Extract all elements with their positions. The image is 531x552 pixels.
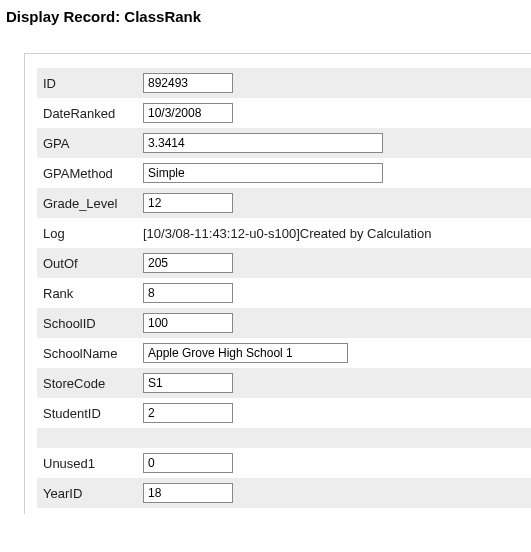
field-row-out-of: OutOf — [37, 248, 531, 278]
field-row-gpa: GPA — [37, 128, 531, 158]
log-text: [10/3/08-11:43:12-u0-s100]Created by Cal… — [143, 226, 431, 241]
gpa-input[interactable] — [143, 133, 383, 153]
field-row-id: ID — [37, 68, 531, 98]
field-label-out-of: OutOf — [43, 256, 143, 271]
field-label-store-code: StoreCode — [43, 376, 143, 391]
school-id-input[interactable] — [143, 313, 233, 333]
field-row-school-name: SchoolName — [37, 338, 531, 368]
field-label-grade-level: Grade_Level — [43, 196, 143, 211]
id-input[interactable] — [143, 73, 233, 93]
field-row-gpa-method: GPAMethod — [37, 158, 531, 188]
field-row-school-id: SchoolID — [37, 308, 531, 338]
field-row-rank: Rank — [37, 278, 531, 308]
field-label-student-id: StudentID — [43, 406, 143, 421]
field-row-store-code: StoreCode — [37, 368, 531, 398]
page-title: Display Record: ClassRank — [6, 8, 531, 25]
unused1-input[interactable] — [143, 453, 233, 473]
student-id-input[interactable] — [143, 403, 233, 423]
out-of-input[interactable] — [143, 253, 233, 273]
field-row-student-id: StudentID — [37, 398, 531, 428]
date-ranked-input[interactable] — [143, 103, 233, 123]
record-panel: ID DateRanked GPA GPAMethod Grade_Level … — [24, 53, 531, 514]
gpa-method-input[interactable] — [143, 163, 383, 183]
school-name-input[interactable] — [143, 343, 348, 363]
field-label-school-name: SchoolName — [43, 346, 143, 361]
field-label-date-ranked: DateRanked — [43, 106, 143, 121]
field-row-grade-level: Grade_Level — [37, 188, 531, 218]
store-code-input[interactable] — [143, 373, 233, 393]
field-label-log: Log — [43, 226, 143, 241]
field-label-school-id: SchoolID — [43, 316, 143, 331]
field-label-rank: Rank — [43, 286, 143, 301]
field-row-log: Log [10/3/08-11:43:12-u0-s100]Created by… — [37, 218, 531, 248]
grade-level-input[interactable] — [143, 193, 233, 213]
field-label-gpa-method: GPAMethod — [43, 166, 143, 181]
year-id-input[interactable] — [143, 483, 233, 503]
field-row-unused1: Unused1 — [37, 448, 531, 478]
field-label-gpa: GPA — [43, 136, 143, 151]
rank-input[interactable] — [143, 283, 233, 303]
blank-row — [37, 428, 531, 448]
field-label-unused1: Unused1 — [43, 456, 143, 471]
field-label-year-id: YearID — [43, 486, 143, 501]
field-label-id: ID — [43, 76, 143, 91]
field-row-year-id: YearID — [37, 478, 531, 508]
field-row-date-ranked: DateRanked — [37, 98, 531, 128]
